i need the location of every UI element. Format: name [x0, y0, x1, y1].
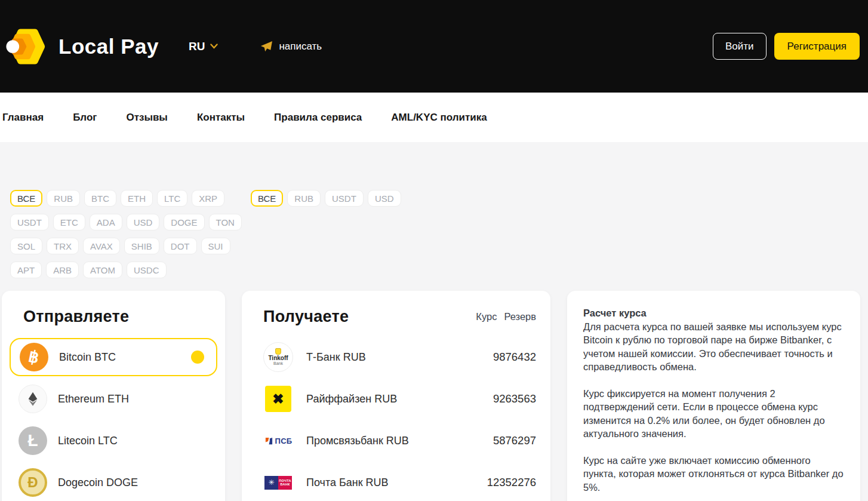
chip-send-etc[interactable]: ETC [53, 214, 85, 230]
rate-info-title: Расчет курса [583, 306, 844, 320]
receive-bank-list: Tinkoff Bank Т-Банк RUB 9876432 ✖ Райффа… [242, 336, 550, 501]
top-header: Local Pay RU написать Войти Регистрация [0, 0, 868, 93]
send-item-label: Ethereum ETH [58, 393, 129, 405]
receive-panel-header: Получаете Курс Резерв [263, 308, 536, 326]
chip-send-xrp[interactable]: XRP [192, 190, 224, 207]
write-label: написать [279, 41, 322, 53]
chip-send-trx[interactable]: TRX [47, 238, 79, 254]
chevron-down-icon [210, 44, 218, 49]
receive-columns: Курс Резерв [476, 311, 536, 322]
nav-item-aml-kyc[interactable]: AML/KYC политика [391, 112, 487, 124]
chip-send-avax[interactable]: AVAX [83, 238, 120, 254]
rate-info-panel: Расчет курса Для расчета курса по вашей … [567, 291, 860, 501]
reserve-value: 9876432 [493, 351, 536, 364]
telegram-icon [260, 41, 273, 53]
chip-send-sui[interactable]: SUI [201, 238, 230, 254]
receive-currency-filters: ВСЕ RUB USDT USD [251, 190, 401, 214]
selected-indicator [191, 351, 204, 364]
rate-info-paragraph: Для расчета курса по вашей заявке мы исп… [583, 320, 844, 374]
chip-send-ton[interactable]: TON [209, 214, 242, 230]
send-panel: Отправляете ฿ Bitcoin BTC Ethereum ETH Ł… [2, 291, 225, 501]
nav-item-reviews[interactable]: Отзывы [126, 112, 168, 124]
receive-item-label: Промсвязьбанк RUB [306, 435, 409, 447]
chip-receive-rub[interactable]: RUB [287, 190, 321, 207]
chip-send-eth[interactable]: ETH [121, 190, 153, 207]
register-button[interactable]: Регистрация [774, 33, 860, 60]
rate-info-paragraph: Курс фиксируется на момент получения 2 п… [583, 387, 844, 441]
ltc-icon: Ł [19, 426, 47, 455]
language-label: RU [189, 40, 205, 53]
main-nav: Главная Блог Отзывы Контакты Правила сер… [0, 93, 868, 142]
tbank-crest-icon [275, 348, 281, 355]
nav-item-blog[interactable]: Блог [73, 112, 97, 124]
eth-icon [19, 385, 47, 413]
chip-receive-usdt[interactable]: USDT [325, 190, 364, 207]
send-item-label: Litecoin LTC [58, 435, 118, 447]
receive-item-tbank[interactable]: Tinkoff Bank Т-Банк RUB 9876432 [242, 336, 550, 378]
send-item-ethereum[interactable]: Ethereum ETH [10, 378, 217, 420]
chip-send-dot[interactable]: DOT [164, 238, 197, 254]
receive-panel-title: Получаете [263, 308, 349, 326]
reserve-value: 12352276 [487, 476, 536, 489]
send-item-dogecoin[interactable]: Ð Dogecoin DOGE [10, 462, 217, 501]
tbank-logo: Tinkoff Bank [263, 342, 293, 372]
rate-info-paragraph: Курс на сайте уже включает комиссию обме… [583, 454, 844, 494]
send-item-bitcoin[interactable]: ฿ Bitcoin BTC [10, 338, 217, 376]
send-item-litecoin[interactable]: Ł Litecoin LTC [10, 420, 217, 462]
reserve-value: 9263563 [493, 392, 536, 405]
nav-item-contacts[interactable]: Контакты [197, 112, 245, 124]
exchange-panels: Отправляете ฿ Bitcoin BTC Ethereum ETH Ł… [0, 285, 868, 501]
nav-item-service-rules[interactable]: Правила сервиса [274, 112, 362, 124]
receive-item-label: Т-Банк RUB [306, 351, 366, 364]
chip-send-ada[interactable]: ADA [90, 214, 122, 230]
chip-receive-usd[interactable]: USD [368, 190, 401, 207]
send-currency-list: ฿ Bitcoin BTC Ethereum ETH Ł Litecoin LT… [10, 338, 217, 501]
column-rate-label: Курс [476, 311, 497, 322]
chip-send-sol[interactable]: SOL [10, 238, 42, 254]
chip-send-atom[interactable]: ATOM [83, 262, 122, 278]
brand-logo [6, 27, 45, 66]
write-link[interactable]: написать [260, 41, 322, 53]
chip-send-rub[interactable]: RUB [47, 190, 80, 207]
chip-receive-vse[interactable]: ВСЕ [251, 190, 283, 207]
send-item-label: Dogecoin DOGE [58, 477, 138, 489]
chip-send-doge[interactable]: DOGE [164, 214, 204, 230]
chip-send-usdt[interactable]: USDT [10, 214, 49, 230]
reserve-value: 5876297 [493, 434, 536, 447]
chip-send-usdc[interactable]: USDC [127, 262, 167, 278]
nav-item-home[interactable]: Главная [2, 112, 44, 124]
chip-send-arb[interactable]: ARB [46, 262, 79, 278]
column-reserve-label: Резерв [504, 311, 536, 322]
receive-panel: Получаете Курс Резерв Tinkoff Bank Т-Бан… [242, 291, 550, 501]
raiffeisen-logo: ✖ [265, 386, 291, 412]
send-item-label: Bitcoin BTC [59, 351, 116, 364]
chip-send-vse[interactable]: ВСЕ [10, 190, 42, 207]
chip-send-btc[interactable]: BTC [84, 190, 116, 207]
language-selector[interactable]: RU [189, 40, 218, 53]
pochta-bank-logo: ✳ ПОЧТА БАНК [264, 476, 292, 490]
chip-send-shib[interactable]: SHIB [124, 238, 159, 254]
login-button[interactable]: Войти [713, 33, 767, 60]
chip-send-usd[interactable]: USD [127, 214, 160, 230]
psb-logo: ПСБ [264, 437, 293, 445]
brand-name: Local Pay [59, 35, 159, 59]
send-currency-filters: ВСЕ RUB BTC ETH LTC XRP USDT ETC ADA USD… [10, 190, 251, 285]
receive-item-pochta-bank[interactable]: ✳ ПОЧТА БАНК Почта Банк RUB 12352276 [242, 462, 550, 501]
currency-filters: ВСЕ RUB BTC ETH LTC XRP USDT ETC ADA USD… [0, 142, 868, 285]
doge-icon: Ð [19, 468, 47, 497]
send-panel-title: Отправляете [23, 308, 225, 326]
psb-mark-icon [264, 437, 273, 445]
pochta-eagle-icon: ✳ [264, 476, 278, 490]
chip-send-apt[interactable]: APT [10, 262, 42, 278]
receive-item-label: Райффайзен RUB [306, 393, 397, 405]
brand[interactable]: Local Pay [6, 27, 159, 66]
btc-icon: ฿ [20, 343, 48, 371]
chip-send-ltc[interactable]: LTC [157, 190, 187, 207]
receive-item-label: Почта Банк RUB [306, 477, 389, 489]
receive-item-raiffeisen[interactable]: ✖ Райффайзен RUB 9263563 [242, 378, 550, 420]
receive-item-psb[interactable]: ПСБ Промсвязьбанк RUB 5876297 [242, 420, 550, 462]
